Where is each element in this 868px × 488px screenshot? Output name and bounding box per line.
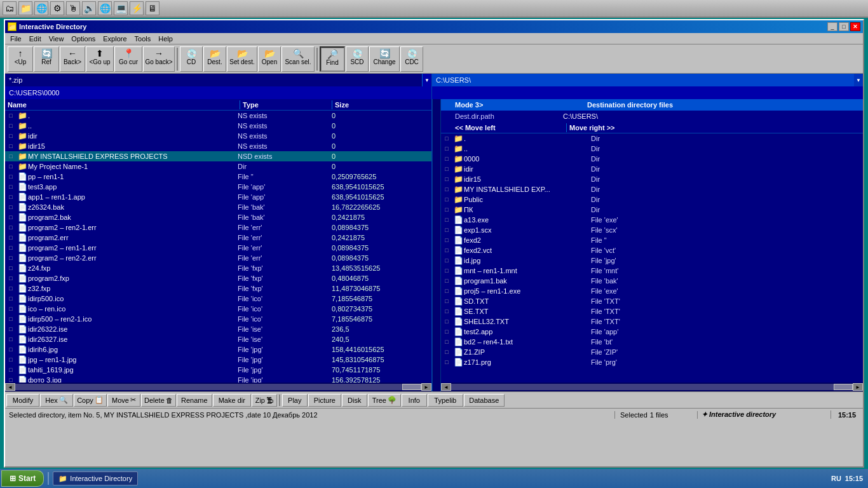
list-item[interactable]: □ 📁 0000 Dir — [441, 154, 863, 164]
list-item[interactable]: □ 📄 SD.TXT File 'TXT' — [441, 296, 863, 306]
list-item[interactable]: □ 📄 SE.TXT File 'TXT' — [441, 306, 863, 316]
close-button[interactable]: ✕ — [850, 22, 860, 31]
btn-rename[interactable]: Rename — [177, 394, 212, 407]
btn-play[interactable]: Play — [282, 394, 308, 407]
toolbar-btn-go-cur[interactable]: 📍Go cur — [114, 46, 142, 72]
list-item[interactable]: □ 📄 z171.prg File 'prg' — [441, 357, 863, 367]
list-item[interactable]: □ 📄 fexd2.vct File 'vct' — [441, 245, 863, 255]
taskbar-app-interactive-directory[interactable]: 📁 Interactive Directory — [53, 471, 138, 485]
right-col-movright[interactable]: Move right >> — [567, 123, 854, 132]
list-item[interactable]: □ 📄 idirih6.jpg File 'jpg' 158,441601562… — [5, 344, 431, 355]
list-item[interactable]: □ 📄 idirp500 – ren2-1.ico File 'ico' 7,1… — [5, 314, 431, 324]
list-item[interactable]: □ 📄 ico – ren.ico File 'ico' 0,802734375 — [5, 304, 431, 314]
toolbar-btn-change[interactable]: 🔄Change — [369, 46, 400, 72]
minimize-button[interactable]: _ — [827, 22, 837, 31]
menu-view[interactable]: View — [45, 34, 68, 43]
menu-file[interactable]: File — [6, 34, 25, 43]
list-item[interactable]: □ 📄 tahiti_1619.jpg File 'jpg' 70,745117… — [5, 365, 431, 375]
list-item[interactable]: □ 📄 fexd2 File " — [441, 235, 863, 245]
toolbar-btn-go-back[interactable]: →Go back> — [143, 46, 175, 72]
btn-picture[interactable]: Picture — [308, 394, 341, 407]
list-item[interactable]: □ 📁 idir15 NS exists 0 — [5, 141, 431, 151]
start-button[interactable]: ⊞ Start — [1, 470, 44, 487]
list-item[interactable]: □ 📄 idir26327.ise File 'ise' 240,5 — [5, 334, 431, 344]
left-hscroll[interactable]: ◄ ► — [5, 383, 431, 391]
list-item[interactable]: □ 📄 idir26322.ise File 'ise' 236,5 — [5, 324, 431, 334]
left-filter-input[interactable]: *.zip — [5, 74, 423, 86]
list-item[interactable]: □ 📁 My Project Name-1 Dir 0 — [5, 161, 431, 172]
left-path-dropdown[interactable]: ▼ — [423, 74, 431, 86]
col-header-name[interactable]: Name — [5, 100, 240, 109]
btn-disk[interactable]: Disk — [342, 394, 367, 407]
btn-info[interactable]: Info — [402, 394, 427, 407]
toolbar-btn-ref[interactable]: 🔄Ref — [34, 46, 59, 72]
list-item[interactable]: □ 📄 pp – ren1-1 File " 0,2509765625 — [5, 172, 431, 182]
menu-options[interactable]: Options — [67, 34, 99, 43]
toolbar-btn-scd[interactable]: 💿SCD — [346, 46, 369, 72]
list-item[interactable]: □ 📄 bd2 – ren4-1.txt File 'bt' — [441, 337, 863, 347]
list-item[interactable]: □ 📁 MY INSTALLSHIELD EXPRESS PROJECTS NS… — [5, 151, 431, 161]
list-item[interactable]: □ 📄 app1 – ren1-1.app File 'app' 638,954… — [5, 192, 431, 202]
list-item[interactable]: □ 📄 program1.bak File 'bak' — [441, 276, 863, 286]
list-item[interactable]: □ 📄 idirp500.ico File 'ico' 7,185546875 — [5, 294, 431, 304]
list-item[interactable]: □ 📄 proj5 – ren1-1.exe File 'exe' — [441, 286, 863, 296]
list-item[interactable]: □ 📄 mnt – ren1-1.mnt File 'mnt' — [441, 266, 863, 276]
toolbar-btn-cd[interactable]: 💿CD — [180, 46, 203, 72]
list-item[interactable]: □ 📄 jpg – ren1-1.jpg File 'jpg' 145,8310… — [5, 355, 431, 365]
list-item[interactable]: □ 📁 idir Dir — [441, 164, 863, 174]
toolbar-btn-go-up[interactable]: ⬆<Go up — [86, 46, 114, 72]
list-item[interactable]: □ 📄 program2 – ren2-2.err File 'err' 0,0… — [5, 253, 431, 263]
toolbar-btn-dest[interactable]: 📂Dest. — [203, 46, 226, 72]
list-item[interactable]: □ 📁 .. NS exists 0 — [5, 121, 431, 131]
list-item[interactable]: □ 📄 exp1.scx File 'scx' — [441, 225, 863, 235]
list-item[interactable]: □ 📁 ПК Dir — [441, 205, 863, 215]
list-item[interactable]: □ 📁 idir NS exists 0 — [5, 131, 431, 141]
list-item[interactable]: □ 📄 program2 – ren2-1.err File 'err' 0,0… — [5, 222, 431, 233]
menu-help[interactable]: Help — [154, 34, 177, 43]
list-item[interactable]: □ 📄 фото 3.jpg File 'jpg' 156,392578125 — [5, 375, 431, 383]
right-path-dropdown[interactable]: ▼ — [854, 74, 863, 86]
list-item[interactable]: □ 📄 program2.bak File 'bak' 0,2421875 — [5, 212, 431, 222]
col-header-type[interactable]: Type — [240, 100, 332, 109]
toolbar-btn-open[interactable]: 📂Open — [258, 46, 281, 72]
maximize-button[interactable]: □ — [839, 22, 849, 31]
right-path-input[interactable]: C:\USERS\ — [432, 74, 854, 86]
menu-explore[interactable]: Explore — [99, 34, 130, 43]
btn-zip[interactable]: Zip🗜 — [252, 394, 277, 407]
list-item[interactable]: □ 📁 Public Dir — [441, 194, 863, 205]
menu-edit[interactable]: Edit — [25, 34, 45, 43]
btn-typelib[interactable]: Typelib — [428, 394, 463, 407]
list-item[interactable]: □ 📁 idir15 Dir — [441, 174, 863, 184]
toolbar-btn-set-dest[interactable]: 📂Set dest. — [227, 46, 257, 72]
btn-modify[interactable]: Modify — [6, 394, 39, 407]
toolbar-btn-find[interactable]: 🔎Find — [320, 46, 345, 72]
list-item[interactable]: □ 📄 test3.app File 'app' 638,9541015625 — [5, 182, 431, 192]
btn-hex[interactable]: Hex🔍 — [40, 394, 73, 407]
list-item[interactable]: □ 📄 program2 – ren1-1.err File 'err' 0,0… — [5, 243, 431, 253]
list-item[interactable]: □ 📁 .. Dir — [441, 144, 863, 154]
toolbar-btn-back[interactable]: ←Back> — [60, 46, 85, 72]
list-item[interactable]: □ 📁 . NS exists 0 — [5, 111, 431, 121]
right-col-movleft[interactable]: << Move left — [452, 123, 567, 132]
btn-make-dir[interactable]: Make dir — [213, 394, 251, 407]
list-item[interactable]: □ 📄 program2.err File 'err' 0,2421875 — [5, 233, 431, 243]
btn-database[interactable]: Database — [464, 394, 505, 407]
btn-move[interactable]: Move✂ — [107, 394, 140, 407]
list-item[interactable]: □ 📁 . Dir — [441, 133, 863, 144]
toolbar-btn-up[interactable]: ↑<Up — [8, 46, 33, 72]
list-item[interactable]: □ 📁 MY INSTALLSHIELD EXP... Dir — [441, 184, 863, 194]
toolbar-btn-cdc[interactable]: 💿CDC — [400, 46, 423, 72]
list-item[interactable]: □ 📄 test2.app File 'app' — [441, 327, 863, 337]
menu-tools[interactable]: Tools — [131, 34, 155, 43]
btn-delete[interactable]: Delete🗑 — [141, 394, 176, 407]
list-item[interactable]: □ 📄 z32.fxp File 'fxp' 11,4873046875 — [5, 283, 431, 294]
list-item[interactable]: □ 📄 z26324.bak File 'bak' 16,7822265625 — [5, 202, 431, 212]
toolbar-btn-scan-sel[interactable]: 🔍Scan sel. — [281, 46, 315, 72]
list-item[interactable]: □ 📄 Z1.ZIP File 'ZIP' — [441, 347, 863, 357]
right-hscroll[interactable]: ◄ ► — [441, 383, 863, 391]
col-header-size[interactable]: Size — [332, 100, 423, 109]
list-item[interactable]: □ 📄 SHELL32.TXT File 'TXT' — [441, 316, 863, 327]
list-item[interactable]: □ 📄 a13.exe File 'exe' — [441, 215, 863, 225]
btn-copy[interactable]: Copy📋 — [74, 394, 107, 407]
btn-tree[interactable]: Tree🌳 — [368, 394, 401, 407]
